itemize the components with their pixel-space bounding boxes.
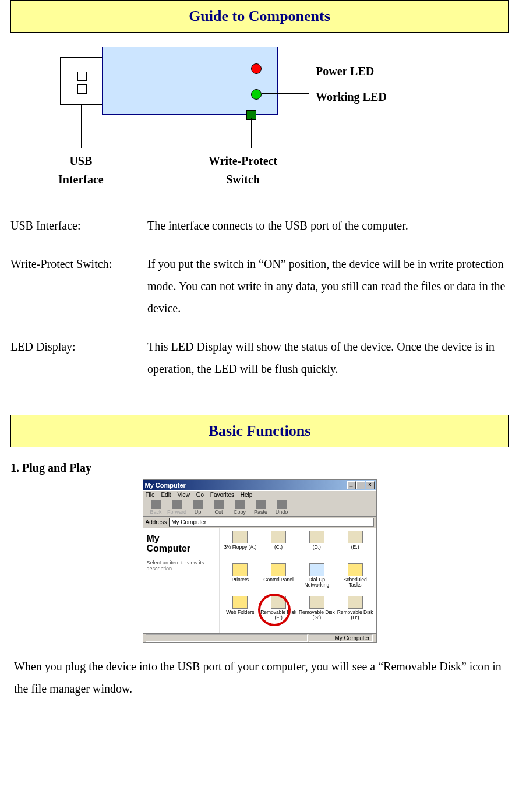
drive-item[interactable]: Removable Disk (F:) [260, 596, 297, 627]
minimize-button[interactable]: _ [347, 481, 356, 489]
drive-label: Web Folders [222, 610, 259, 615]
window-body: MyComputer Select an item to view its de… [143, 528, 376, 633]
drive-label: Removable Disk (F:) [260, 610, 297, 621]
drive-icon [232, 596, 248, 609]
paragraph: When you plug the device into the USB po… [14, 655, 505, 700]
menu-edit[interactable]: Edit [161, 492, 171, 498]
drive-icon [232, 531, 248, 543]
component-diagram: Power LED Working LED USBInterface Write… [10, 47, 509, 204]
def-term: LED Display: [10, 336, 147, 380]
drive-icon [309, 596, 324, 609]
leader-line [262, 93, 309, 94]
drive-icon [271, 531, 286, 543]
drive-item[interactable]: Removable Disk (H:) [337, 596, 374, 627]
status-left [146, 634, 308, 642]
drive-label: 3½ Floppy (A:) [222, 545, 259, 550]
menu-go[interactable]: Go [196, 492, 204, 498]
drive-label: Dial-Up Networking [298, 577, 336, 588]
tb-up[interactable]: Up [188, 500, 209, 515]
drive-icon [271, 596, 286, 609]
power-led-icon [251, 63, 262, 74]
drive-label: Scheduled Tasks [337, 577, 374, 588]
tb-paste[interactable]: Paste [250, 500, 271, 515]
subsection-heading: 1. Plug and Play [10, 461, 509, 475]
usb-pin-icon [77, 72, 87, 81]
drive-label: (C:) [260, 545, 297, 550]
drive-item[interactable]: (C:) [260, 531, 297, 562]
drive-item[interactable]: Web Folders [222, 596, 259, 627]
working-led-icon [251, 89, 262, 100]
drive-item[interactable]: Dial-Up Networking [298, 563, 336, 595]
def-row: Write-Protect Switch: If you put the swi… [10, 253, 509, 319]
drive-icon [348, 596, 363, 609]
menu-view[interactable]: View [177, 492, 190, 498]
drive-label: (D:) [298, 545, 336, 550]
address-bar: Address My Computer [143, 517, 376, 528]
menubar[interactable]: File Edit View Go Favorites Help [143, 490, 376, 499]
drive-icon [271, 563, 286, 576]
usb-pin-icon [77, 84, 87, 94]
drive-label: Removable Disk (H:) [337, 610, 374, 621]
close-button[interactable]: × [366, 481, 375, 489]
drive-item[interactable]: Control Panel [260, 563, 297, 595]
drive-icon [348, 531, 363, 543]
drive-item[interactable]: Printers [222, 563, 259, 595]
section-banner-basic-functions: Basic Functions [10, 415, 509, 447]
def-term: USB Interface: [10, 214, 147, 236]
side-title: MyComputer [147, 534, 216, 554]
tb-cut[interactable]: Cut [209, 500, 230, 515]
window-frame: My Computer _ □ × File Edit View Go Favo… [143, 479, 377, 643]
drive-label: Control Panel [260, 577, 297, 582]
tb-undo[interactable]: Undo [271, 500, 292, 515]
drive-item[interactable]: (E:) [337, 531, 374, 562]
menu-file[interactable]: File [146, 492, 155, 498]
titlebar-text: My Computer [145, 482, 186, 489]
leader-line [251, 118, 252, 148]
label-working-led: Working LED [316, 87, 387, 106]
component-definitions: USB Interface: The interface connects to… [10, 214, 509, 380]
drive-label: (E:) [337, 545, 374, 550]
def-desc: The interface connects to the USB port o… [147, 214, 509, 236]
usb-connector-shape [60, 57, 103, 105]
side-tip: Select an item to view its description. [147, 560, 216, 571]
statusbar: My Computer [143, 633, 376, 642]
icon-grid: 3½ Floppy (A:)(C:)(D:)(E:)PrintersContro… [220, 528, 376, 633]
drive-icon [232, 563, 248, 576]
def-desc: This LED Display will show the status of… [147, 336, 509, 380]
label-write-protect: Write-ProtectSwitch [209, 151, 277, 189]
screenshot-my-computer: My Computer _ □ × File Edit View Go Favo… [10, 479, 509, 645]
device-body-shape [102, 47, 278, 115]
drive-icon [309, 531, 324, 543]
tb-copy[interactable]: Copy [230, 500, 250, 515]
address-field[interactable]: My Computer [169, 518, 373, 527]
section-banner-components: Guide to Components [10, 0, 509, 33]
drive-icon [309, 563, 324, 576]
def-desc: If you put the switch in “ON” position, … [147, 253, 509, 319]
drive-label: Removable Disk (G:) [298, 610, 336, 621]
leader-line [81, 105, 82, 148]
drive-icon [348, 563, 363, 576]
side-panel: MyComputer Select an item to view its de… [143, 528, 220, 633]
status-right: My Computer [309, 634, 373, 642]
menu-favorites[interactable]: Favorites [210, 492, 234, 498]
drive-item[interactable]: (D:) [298, 531, 336, 562]
def-term: Write-Protect Switch: [10, 253, 147, 319]
menu-help[interactable]: Help [241, 492, 253, 498]
drive-label: Printers [222, 577, 259, 582]
maximize-button[interactable]: □ [356, 481, 365, 489]
tb-back[interactable]: Back [146, 500, 167, 515]
def-row: USB Interface: The interface connects to… [10, 214, 509, 236]
tb-forward[interactable]: Forward [167, 500, 188, 515]
drive-item[interactable]: Scheduled Tasks [337, 563, 374, 595]
toolbar: Back Forward Up Cut Copy Paste Undo [143, 499, 376, 517]
label-power-led: Power LED [316, 62, 374, 80]
drive-item[interactable]: 3½ Floppy (A:) [222, 531, 259, 562]
leader-line [262, 68, 309, 68]
label-usb-interface: USBInterface [58, 151, 104, 189]
def-row: LED Display: This LED Display will show … [10, 336, 509, 380]
drive-item[interactable]: Removable Disk (G:) [298, 596, 336, 627]
titlebar: My Computer _ □ × [143, 480, 376, 490]
address-label: Address [146, 519, 167, 525]
